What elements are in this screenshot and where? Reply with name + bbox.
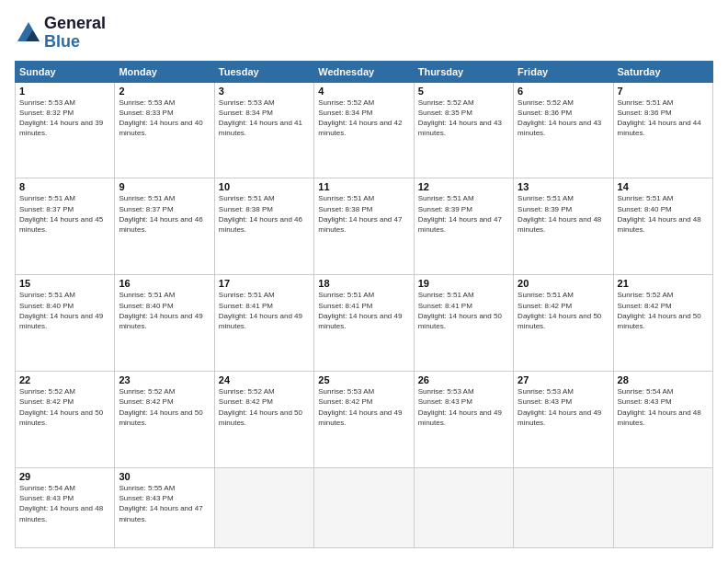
- day-info: Sunrise: 5:52 AMSunset: 8:42 PMDaylight:…: [19, 386, 110, 428]
- day-info: Sunrise: 5:52 AMSunset: 8:42 PMDaylight:…: [119, 386, 210, 428]
- calendar-cell: [414, 468, 513, 548]
- day-number: 11: [318, 181, 409, 192]
- calendar-cell: 26Sunrise: 5:53 AMSunset: 8:43 PMDayligh…: [414, 372, 513, 468]
- calendar-body: 1Sunrise: 5:53 AMSunset: 8:32 PMDaylight…: [16, 82, 713, 547]
- day-info: Sunrise: 5:51 AMSunset: 8:40 PMDaylight:…: [119, 290, 210, 331]
- day-number: 30: [119, 471, 210, 482]
- day-info: Sunrise: 5:54 AMSunset: 8:43 PMDaylight:…: [618, 386, 709, 428]
- calendar-table: SundayMondayTuesdayWednesdayThursdayFrid…: [15, 61, 713, 548]
- day-info: Sunrise: 5:55 AMSunset: 8:43 PMDaylight:…: [119, 483, 210, 524]
- day-number: 13: [518, 181, 609, 192]
- day-number: 19: [418, 278, 509, 289]
- day-info: Sunrise: 5:51 AMSunset: 8:41 PMDaylight:…: [318, 290, 409, 331]
- day-number: 3: [219, 86, 310, 97]
- calendar-cell: [314, 468, 414, 548]
- calendar-cell: 24Sunrise: 5:52 AMSunset: 8:42 PMDayligh…: [214, 372, 313, 468]
- day-info: Sunrise: 5:51 AMSunset: 8:40 PMDaylight:…: [618, 193, 709, 235]
- calendar-cell: 23Sunrise: 5:52 AMSunset: 8:42 PMDayligh…: [115, 372, 214, 468]
- weekday-header: Tuesday: [214, 61, 313, 82]
- day-number: 22: [19, 374, 110, 385]
- calendar-cell: 10Sunrise: 5:51 AMSunset: 8:38 PMDayligh…: [214, 178, 313, 275]
- calendar-cell: 21Sunrise: 5:52 AMSunset: 8:42 PMDayligh…: [613, 275, 712, 372]
- calendar-cell: 5Sunrise: 5:52 AMSunset: 8:35 PMDaylight…: [414, 82, 513, 178]
- calendar-cell: 22Sunrise: 5:52 AMSunset: 8:42 PMDayligh…: [16, 372, 115, 468]
- day-number: 26: [418, 374, 509, 385]
- day-number: 6: [518, 86, 609, 97]
- day-number: 28: [618, 374, 709, 385]
- day-info: Sunrise: 5:51 AMSunset: 8:38 PMDaylight:…: [219, 193, 310, 235]
- day-number: 18: [318, 278, 409, 289]
- calendar-cell: 8Sunrise: 5:51 AMSunset: 8:37 PMDaylight…: [16, 178, 115, 275]
- day-number: 15: [19, 278, 110, 289]
- weekday-header: Saturday: [613, 61, 712, 82]
- day-info: Sunrise: 5:51 AMSunset: 8:39 PMDaylight:…: [518, 193, 609, 235]
- day-info: Sunrise: 5:51 AMSunset: 8:36 PMDaylight:…: [618, 98, 709, 139]
- weekday-header: Sunday: [16, 61, 115, 82]
- day-info: Sunrise: 5:51 AMSunset: 8:39 PMDaylight:…: [418, 193, 509, 235]
- day-info: Sunrise: 5:53 AMSunset: 8:42 PMDaylight:…: [318, 386, 409, 428]
- day-number: 14: [618, 181, 709, 192]
- calendar-cell: 14Sunrise: 5:51 AMSunset: 8:40 PMDayligh…: [613, 178, 712, 275]
- day-number: 27: [518, 374, 609, 385]
- day-number: 21: [618, 278, 709, 289]
- day-number: 7: [618, 86, 709, 97]
- calendar-cell: 12Sunrise: 5:51 AMSunset: 8:39 PMDayligh…: [414, 178, 513, 275]
- day-number: 12: [418, 181, 509, 192]
- calendar-header-row: SundayMondayTuesdayWednesdayThursdayFrid…: [16, 61, 713, 82]
- day-number: 2: [119, 86, 210, 97]
- day-info: Sunrise: 5:53 AMSunset: 8:43 PMDaylight:…: [518, 386, 609, 428]
- day-number: 5: [418, 86, 509, 97]
- calendar-cell: 28Sunrise: 5:54 AMSunset: 8:43 PMDayligh…: [613, 372, 712, 468]
- calendar-cell: 16Sunrise: 5:51 AMSunset: 8:40 PMDayligh…: [115, 275, 214, 372]
- calendar-cell: [613, 468, 712, 548]
- day-number: 29: [19, 471, 110, 482]
- weekday-header: Monday: [115, 61, 214, 82]
- day-info: Sunrise: 5:51 AMSunset: 8:37 PMDaylight:…: [19, 193, 110, 235]
- calendar-cell: 18Sunrise: 5:51 AMSunset: 8:41 PMDayligh…: [314, 275, 414, 372]
- calendar-cell: 30Sunrise: 5:55 AMSunset: 8:43 PMDayligh…: [115, 468, 214, 548]
- calendar-cell: 13Sunrise: 5:51 AMSunset: 8:39 PMDayligh…: [514, 178, 613, 275]
- calendar-cell: 1Sunrise: 5:53 AMSunset: 8:32 PMDaylight…: [16, 82, 115, 178]
- calendar-cell: 29Sunrise: 5:54 AMSunset: 8:43 PMDayligh…: [16, 468, 115, 548]
- calendar-week-row: 15Sunrise: 5:51 AMSunset: 8:40 PMDayligh…: [16, 275, 713, 372]
- calendar-cell: 7Sunrise: 5:51 AMSunset: 8:36 PMDaylight…: [613, 82, 712, 178]
- day-number: 16: [119, 278, 210, 289]
- logo-text: General Blue: [44, 15, 106, 52]
- day-info: Sunrise: 5:52 AMSunset: 8:42 PMDaylight:…: [219, 386, 310, 428]
- day-info: Sunrise: 5:52 AMSunset: 8:36 PMDaylight:…: [518, 98, 609, 139]
- day-number: 9: [119, 181, 210, 192]
- day-info: Sunrise: 5:53 AMSunset: 8:33 PMDaylight:…: [119, 98, 210, 139]
- calendar-cell: 25Sunrise: 5:53 AMSunset: 8:42 PMDayligh…: [314, 372, 414, 468]
- day-info: Sunrise: 5:52 AMSunset: 8:35 PMDaylight:…: [418, 98, 509, 139]
- day-number: 23: [119, 374, 210, 385]
- header: General Blue: [15, 15, 713, 52]
- weekday-header: Friday: [514, 61, 613, 82]
- logo: General Blue: [15, 15, 106, 52]
- logo-icon: [15, 19, 42, 47]
- day-info: Sunrise: 5:53 AMSunset: 8:32 PMDaylight:…: [19, 98, 110, 139]
- day-info: Sunrise: 5:51 AMSunset: 8:41 PMDaylight:…: [219, 290, 310, 331]
- weekday-header: Wednesday: [314, 61, 414, 82]
- calendar-week-row: 29Sunrise: 5:54 AMSunset: 8:43 PMDayligh…: [16, 468, 713, 548]
- calendar-cell: [514, 468, 613, 548]
- day-info: Sunrise: 5:51 AMSunset: 8:40 PMDaylight:…: [19, 290, 110, 331]
- calendar-cell: 9Sunrise: 5:51 AMSunset: 8:37 PMDaylight…: [115, 178, 214, 275]
- day-info: Sunrise: 5:51 AMSunset: 8:41 PMDaylight:…: [418, 290, 509, 331]
- calendar-cell: 11Sunrise: 5:51 AMSunset: 8:38 PMDayligh…: [314, 178, 414, 275]
- day-number: 10: [219, 181, 310, 192]
- calendar-cell: 4Sunrise: 5:52 AMSunset: 8:34 PMDaylight…: [314, 82, 414, 178]
- calendar-cell: [214, 468, 313, 548]
- day-number: 20: [518, 278, 609, 289]
- calendar-cell: 2Sunrise: 5:53 AMSunset: 8:33 PMDaylight…: [115, 82, 214, 178]
- day-number: 17: [219, 278, 310, 289]
- day-info: Sunrise: 5:53 AMSunset: 8:43 PMDaylight:…: [418, 386, 509, 428]
- weekday-header: Thursday: [414, 61, 513, 82]
- calendar-week-row: 1Sunrise: 5:53 AMSunset: 8:32 PMDaylight…: [16, 82, 713, 178]
- calendar-cell: 6Sunrise: 5:52 AMSunset: 8:36 PMDaylight…: [514, 82, 613, 178]
- day-number: 25: [318, 374, 409, 385]
- calendar-week-row: 22Sunrise: 5:52 AMSunset: 8:42 PMDayligh…: [16, 372, 713, 468]
- calendar-cell: 17Sunrise: 5:51 AMSunset: 8:41 PMDayligh…: [214, 275, 313, 372]
- day-info: Sunrise: 5:51 AMSunset: 8:38 PMDaylight:…: [318, 193, 409, 235]
- page: General Blue SundayMondayTuesdayWednesda…: [0, 0, 728, 563]
- day-info: Sunrise: 5:52 AMSunset: 8:34 PMDaylight:…: [318, 98, 409, 139]
